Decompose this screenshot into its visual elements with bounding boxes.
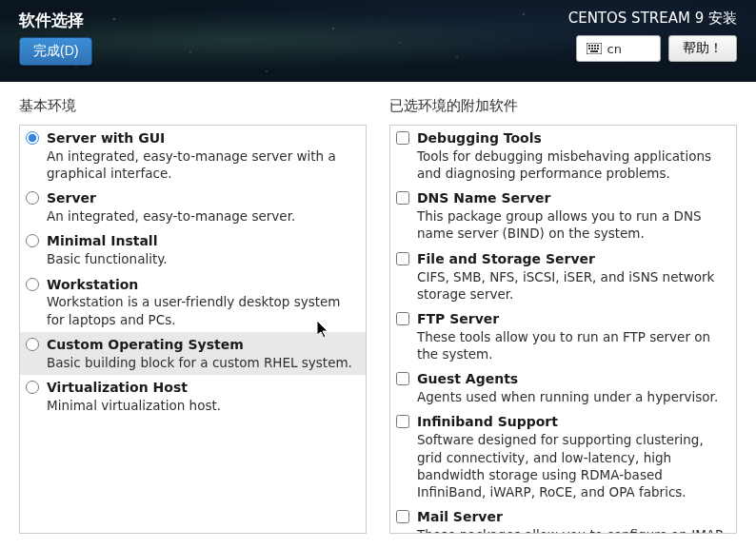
svg-rect-1 bbox=[588, 45, 590, 47]
svg-rect-9 bbox=[590, 50, 598, 52]
svg-rect-3 bbox=[594, 45, 596, 47]
env-option-server-gui[interactable]: Server with GUIAn integrated, easy-to-ma… bbox=[20, 126, 366, 186]
page-title: 软件选择 bbox=[19, 10, 92, 31]
done-button[interactable]: 完成(D) bbox=[19, 37, 92, 66]
env-option-virt-host[interactable]: Virtualization HostMinimal virtualizatio… bbox=[20, 375, 366, 418]
addon-checkbox-debugging-tools[interactable] bbox=[396, 131, 409, 145]
env-radio-minimal[interactable] bbox=[26, 234, 39, 247]
addon-desc: CIFS, SMB, NFS, iSCSI, iSER, and iSNS ne… bbox=[417, 268, 728, 303]
env-option-minimal[interactable]: Minimal InstallBasic functionality. bbox=[20, 228, 366, 271]
addon-checkbox-infiniband[interactable] bbox=[396, 415, 409, 428]
base-environment-title: 基本环境 bbox=[19, 97, 367, 115]
installer-header: 软件选择 完成(D) CENTOS STREAM 9 安装 cn 帮助！ bbox=[0, 0, 756, 82]
env-option-workstation[interactable]: WorkstationWorkstation is a user-friendl… bbox=[20, 272, 366, 332]
addon-label: File and Storage Server bbox=[417, 250, 728, 268]
env-desc: Minimal virtualization host. bbox=[47, 397, 358, 414]
addon-desc: Software designed for supporting cluster… bbox=[417, 431, 728, 500]
addon-option-ftp[interactable]: FTP ServerThese tools allow you to run a… bbox=[390, 306, 736, 366]
env-label: Minimal Install bbox=[47, 232, 358, 250]
addon-label: Debugging Tools bbox=[417, 129, 728, 147]
addon-checkbox-dns[interactable] bbox=[396, 191, 409, 205]
env-radio-server[interactable] bbox=[26, 191, 39, 205]
base-environment-list[interactable]: Server with GUIAn integrated, easy-to-ma… bbox=[19, 125, 367, 534]
env-desc: Workstation is a user-friendly desktop s… bbox=[47, 293, 358, 327]
svg-rect-8 bbox=[597, 48, 599, 49]
addon-option-dns[interactable]: DNS Name ServerThis package group allows… bbox=[390, 186, 736, 245]
addon-label: Guest Agents bbox=[417, 370, 728, 388]
addons-column: 已选环境的附加软件 Debugging ToolsTools for debug… bbox=[389, 97, 737, 534]
addons-list[interactable]: Debugging ToolsTools for debugging misbe… bbox=[389, 125, 737, 534]
svg-rect-4 bbox=[597, 45, 599, 47]
env-desc: Basic building block for a custom RHEL s… bbox=[47, 354, 358, 371]
env-radio-custom-os[interactable] bbox=[26, 338, 39, 351]
base-environment-column: 基本环境 Server with GUIAn integrated, easy-… bbox=[19, 97, 367, 534]
addon-label: FTP Server bbox=[417, 310, 728, 328]
content-area: 基本环境 Server with GUIAn integrated, easy-… bbox=[0, 82, 756, 549]
addon-label: DNS Name Server bbox=[417, 189, 728, 207]
env-desc: An integrated, easy-to-manage server wit… bbox=[47, 147, 358, 182]
addon-checkbox-guest-agents[interactable] bbox=[396, 372, 409, 385]
env-radio-workstation[interactable] bbox=[26, 278, 39, 291]
addon-option-guest-agents[interactable]: Guest AgentsAgents used when running und… bbox=[390, 366, 736, 409]
addon-checkbox-ftp[interactable] bbox=[396, 312, 409, 325]
installer-title: CENTOS STREAM 9 安装 bbox=[568, 10, 737, 28]
svg-rect-7 bbox=[594, 48, 596, 49]
addon-desc: Tools for debugging misbehaving applicat… bbox=[417, 147, 728, 182]
addon-option-mail[interactable]: Mail ServerThese packages allow you to c… bbox=[390, 504, 736, 534]
addon-checkbox-mail[interactable] bbox=[396, 510, 409, 523]
addon-desc: This package group allows you to run a D… bbox=[417, 207, 728, 242]
svg-rect-5 bbox=[588, 48, 590, 49]
help-button[interactable]: 帮助！ bbox=[668, 35, 737, 62]
addon-label: Mail Server bbox=[417, 508, 728, 526]
addons-title: 已选环境的附加软件 bbox=[389, 97, 737, 115]
env-radio-virt-host[interactable] bbox=[26, 381, 39, 394]
env-label: Workstation bbox=[47, 276, 358, 294]
svg-rect-6 bbox=[591, 48, 593, 49]
svg-rect-2 bbox=[591, 45, 593, 47]
env-radio-server-gui[interactable] bbox=[26, 131, 39, 145]
keyboard-layout-label: cn bbox=[607, 42, 622, 56]
env-label: Server with GUI bbox=[47, 129, 358, 147]
addon-desc: These packages allow you to configure an… bbox=[417, 526, 728, 534]
addon-option-infiniband[interactable]: Infiniband SupportSoftware designed for … bbox=[390, 409, 736, 504]
env-desc: An integrated, easy-to-manage server. bbox=[47, 207, 358, 225]
env-desc: Basic functionality. bbox=[47, 250, 358, 267]
addon-desc: Agents used when running under a hypervi… bbox=[417, 388, 728, 405]
env-option-custom-os[interactable]: Custom Operating SystemBasic building bl… bbox=[20, 332, 366, 375]
env-label: Custom Operating System bbox=[47, 336, 358, 354]
addon-checkbox-file-storage[interactable] bbox=[396, 252, 409, 265]
env-label: Server bbox=[47, 189, 358, 207]
addon-desc: These tools allow you to run an FTP serv… bbox=[417, 328, 728, 363]
keyboard-icon bbox=[587, 43, 602, 54]
env-option-server[interactable]: ServerAn integrated, easy-to-manage serv… bbox=[20, 186, 366, 228]
addon-option-debugging-tools[interactable]: Debugging ToolsTools for debugging misbe… bbox=[390, 126, 736, 186]
addon-label: Infiniband Support bbox=[417, 413, 728, 431]
env-label: Virtualization Host bbox=[47, 379, 358, 397]
keyboard-layout-indicator[interactable]: cn bbox=[576, 35, 661, 62]
addon-option-file-storage[interactable]: File and Storage ServerCIFS, SMB, NFS, i… bbox=[390, 246, 736, 306]
